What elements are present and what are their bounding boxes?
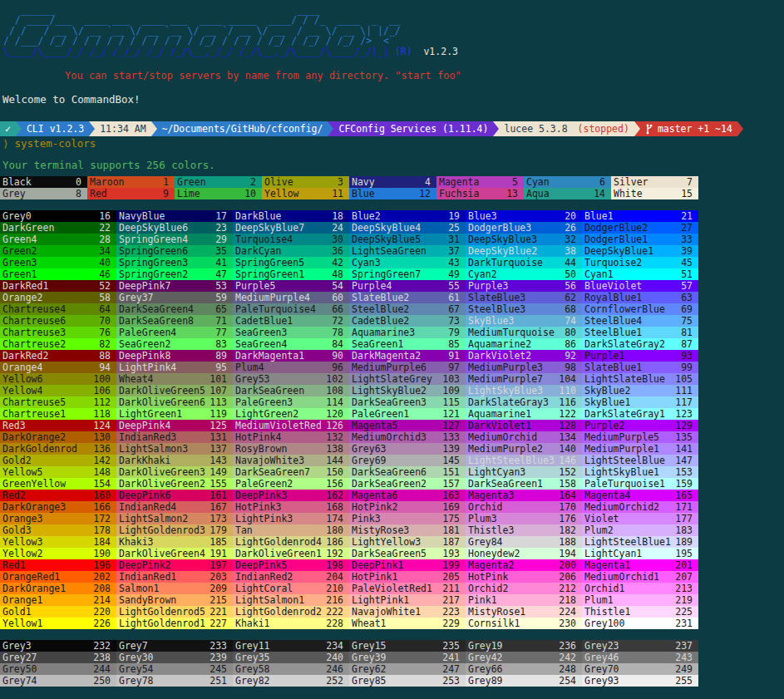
palette-row: Chartreuse5112DarkOliveGreen6113PaleGree… xyxy=(0,396,698,408)
color-number: 202 xyxy=(93,571,111,583)
color-cell-PaleVioletRed1: PaleVioletRed1211 xyxy=(349,583,466,594)
color-number: 212 xyxy=(559,583,576,594)
color-name: MediumPurple1 xyxy=(584,443,659,455)
color-name: SteelBlue3 xyxy=(468,303,525,315)
color-number: 76 xyxy=(99,327,111,338)
color-name: LightSalmon1 xyxy=(235,594,304,606)
color-cell-DeepSkyBlue5: DeepSkyBlue531 xyxy=(349,234,466,245)
color-cell-DarkOliveGreen1: DarkOliveGreen1192 xyxy=(233,548,349,559)
palette-row: Yellow5148DarkOliveGreen3149DarkSeaGreen… xyxy=(0,466,698,478)
color-name: SkyBlue3 xyxy=(468,315,514,327)
color-name: SpringGreen1 xyxy=(235,268,304,280)
color-name: SpringGreen7 xyxy=(352,268,421,280)
color-number: 201 xyxy=(675,559,693,571)
color-cell-PaleGreen4: PaleGreen477 xyxy=(116,327,233,338)
command-line[interactable]: ⟩system-colors xyxy=(2,137,784,150)
color-cell-Maroon: Maroon1 xyxy=(87,176,175,188)
color-cube-table: Grey016NavyBlue17DarkBlue18Blue219Blue32… xyxy=(0,210,698,629)
color-cell-Purple4: Purple455 xyxy=(349,280,466,292)
color-name: PaleGreen1 xyxy=(352,408,409,420)
color-number: 11 xyxy=(332,188,343,199)
color-number: 1 xyxy=(163,176,169,188)
color-cell-MistyRose3: MistyRose3181 xyxy=(349,524,466,536)
color-cell-LightPink1: LightPink1217 xyxy=(349,594,466,606)
color-number: 18 xyxy=(332,210,343,222)
prompt-segment-time: 11:34 AM xyxy=(95,121,150,136)
color-number: 158 xyxy=(559,478,576,490)
color-cell-SpringGreen2: SpringGreen247 xyxy=(116,268,233,280)
color-cell-Yellow3: Yellow3184 xyxy=(0,536,116,548)
color-number: 161 xyxy=(210,490,227,501)
color-number: 142 xyxy=(93,455,111,466)
color-number: 167 xyxy=(210,501,227,513)
color-cell-LightGoldenrod3: LightGoldenrod3179 xyxy=(116,524,233,536)
color-name: LightSalmon3 xyxy=(119,443,188,455)
color-cell-MediumOrchid1: MediumOrchid1207 xyxy=(582,571,698,583)
greyscale-table: Grey3232Grey7233Grey11234Grey15235Grey19… xyxy=(0,640,698,687)
color-number: 190 xyxy=(93,548,111,559)
color-number: 169 xyxy=(442,501,460,513)
color-name: IndianRed1 xyxy=(119,571,176,583)
color-number: 210 xyxy=(326,583,343,594)
color-number: 17 xyxy=(215,210,227,222)
color-cell-SkyBlue3: SkyBlue374 xyxy=(466,315,582,327)
color-name: LightCyan3 xyxy=(468,466,525,478)
color-name: Chartreuse6 xyxy=(2,315,66,327)
color-number: 251 xyxy=(210,675,227,687)
color-number: 155 xyxy=(210,478,227,490)
color-cell-Magenta2: Magenta2200 xyxy=(466,559,582,571)
color-number: 246 xyxy=(326,663,343,675)
color-cell-LightGoldenrod5: LightGoldenrod5221 xyxy=(116,606,233,618)
color-name: Blue3 xyxy=(468,210,497,222)
color-cell-Aquamarine1: Aquamarine1122 xyxy=(466,408,582,420)
color-name: Chartreuse5 xyxy=(2,396,66,408)
color-cell-MediumPurple4: MediumPurple460 xyxy=(233,292,349,303)
color-cell-SlateBlue1: SlateBlue199 xyxy=(582,362,698,373)
color-number: 163 xyxy=(442,490,460,501)
color-name: SpringGreen2 xyxy=(119,268,188,280)
color-name: Grey93 xyxy=(584,675,619,687)
color-number: 57 xyxy=(681,280,693,292)
color-cell-Grey53: Grey53102 xyxy=(233,373,349,385)
color-number: 156 xyxy=(326,478,343,490)
color-cell-DeepSkyBlue6: DeepSkyBlue623 xyxy=(116,222,233,234)
color-number: 116 xyxy=(559,396,576,408)
color-number: 21 xyxy=(681,210,693,222)
color-name: LightSteelBlue xyxy=(584,455,665,466)
color-cell-DeepPink1: DeepPink1199 xyxy=(349,559,466,571)
color-number: 44 xyxy=(565,257,576,268)
color-cell-Black: Black0 xyxy=(0,176,87,188)
color-cell-Grey82: Grey82252 xyxy=(233,675,349,687)
color-cell-Blue3: Blue320 xyxy=(466,210,582,222)
color-cell-Magenta1: Magenta1201 xyxy=(582,559,698,571)
color-cell-Gold2: Gold2142 xyxy=(0,455,116,466)
color-cell-Red2: Red2160 xyxy=(0,490,116,501)
color-name: Blue1 xyxy=(584,210,614,222)
color-number: 119 xyxy=(210,408,227,420)
color-name: MediumPurple3 xyxy=(468,362,543,373)
color-cell-DarkSeaGreen: DarkSeaGreen108 xyxy=(233,385,349,396)
color-cell-Grey7: Grey7233 xyxy=(116,640,233,652)
color-name: DarkViolet2 xyxy=(468,350,531,362)
color-cell-PaleGreen3: PaleGreen3114 xyxy=(233,396,349,408)
color-cell-Wheat4: Wheat4101 xyxy=(116,373,233,385)
color-cell-Plum1: Plum1219 xyxy=(582,594,698,606)
color-cell-Wheat1: Wheat1229 xyxy=(349,618,466,629)
color-cell-Magenta4: Magenta4165 xyxy=(582,490,698,501)
color-name: CornflowerBlue xyxy=(584,303,665,315)
color-name: DeepSkyBlue1 xyxy=(584,245,653,257)
palette-row: Grey27238Grey30239Grey35240Grey39241Grey… xyxy=(0,652,698,663)
color-number: 255 xyxy=(675,675,693,687)
color-name: PaleGreen3 xyxy=(235,396,293,408)
color-cell-DeepPink7: DeepPink753 xyxy=(116,280,233,292)
color-cell-DarkSeaGreen5: DarkSeaGreen5193 xyxy=(349,548,466,559)
color-number: 141 xyxy=(675,443,693,455)
color-number: 28 xyxy=(99,234,111,245)
color-cell-LightSteelBlue: LightSteelBlue147 xyxy=(582,455,698,466)
color-cell-SpringGreen7: SpringGreen749 xyxy=(349,268,466,280)
color-number: 110 xyxy=(559,385,576,396)
color-name: Aquamarine3 xyxy=(352,327,415,338)
color-name: CadetBlue1 xyxy=(235,315,293,327)
color-name: LightGoldenrod5 xyxy=(119,606,205,618)
color-cell-Aquamarine2: Aquamarine286 xyxy=(466,338,582,350)
